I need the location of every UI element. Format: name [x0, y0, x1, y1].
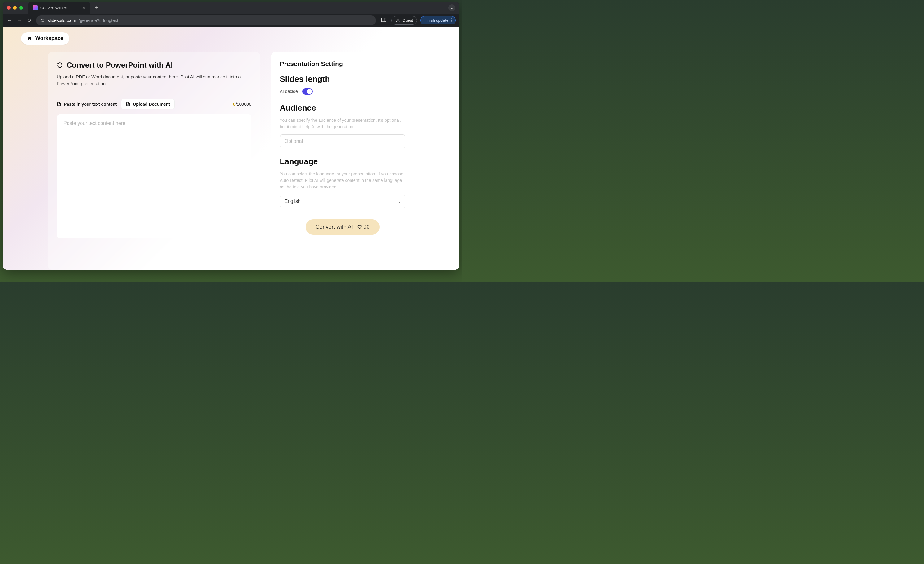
settings-panel: Presentation Setting Slides length AI de… — [271, 52, 414, 269]
window-controls — [7, 6, 23, 10]
language-selected: English — [285, 199, 301, 204]
char-counter: 0/100000 — [233, 102, 251, 107]
svg-point-6 — [397, 19, 399, 20]
browser-toolbar: ← → ⟳ slidespilot.com/generate?t=longtex… — [3, 14, 459, 27]
language-description: You can select the language for your pre… — [280, 171, 405, 190]
url-host: slidespilot.com — [48, 18, 76, 23]
browser-tab[interactable]: Convert with AI ✕ — [28, 2, 90, 14]
document-icon — [57, 102, 61, 106]
side-panel-icon[interactable] — [381, 17, 387, 24]
minimize-window-button[interactable] — [13, 6, 17, 10]
ai-decide-label: AI decide — [280, 89, 298, 94]
site-settings-icon[interactable] — [40, 18, 45, 23]
url-path: /generate?t=longtext — [79, 18, 118, 23]
input-mode-tabs: Paste in your text content Upload Docume… — [57, 99, 251, 110]
slides-length-heading: Slides length — [280, 74, 405, 84]
tab-upload-document[interactable]: Upload Document — [121, 99, 175, 110]
reload-button[interactable]: ⟳ — [26, 17, 33, 23]
chevron-down-icon: ⌄ — [398, 199, 401, 204]
forward-button[interactable]: → — [16, 18, 23, 23]
tab-upload-label: Upload Document — [133, 102, 170, 107]
content-textarea[interactable] — [63, 120, 244, 232]
convert-button-label: Convert with AI — [315, 224, 353, 230]
new-tab-button[interactable]: + — [94, 5, 98, 11]
language-section: Language You can select the language for… — [280, 157, 405, 208]
audience-description: You can specify the audience of your pre… — [280, 117, 405, 130]
convert-panel: Convert to PowerPoint with AI Upload a P… — [48, 52, 260, 269]
back-button[interactable]: ← — [6, 18, 13, 23]
audience-input[interactable] — [280, 134, 405, 148]
convert-description: Upload a PDF or Word document, or paste … — [57, 74, 251, 87]
ai-decide-toggle[interactable] — [302, 88, 313, 95]
language-heading: Language — [280, 157, 405, 166]
tab-paste-label: Paste in your text content — [64, 102, 117, 107]
convert-button[interactable]: Convert with AI 90 — [306, 220, 380, 235]
favicon-icon — [33, 5, 38, 10]
close-tab-icon[interactable]: ✕ — [82, 5, 86, 10]
address-bar[interactable]: slidespilot.com/generate?t=longtext — [36, 15, 376, 26]
char-current: 0 — [233, 102, 236, 107]
audience-heading: Audience — [280, 103, 405, 113]
divider — [57, 92, 251, 92]
tab-title: Convert with AI — [40, 6, 67, 10]
workspace-label: Workspace — [35, 35, 63, 42]
menu-icon[interactable] — [451, 18, 452, 22]
profile-label: Guest — [402, 18, 413, 23]
svg-rect-4 — [382, 18, 386, 22]
language-select-wrap: English ⌄ — [280, 195, 405, 208]
tab-paste-text[interactable]: Paste in your text content — [57, 102, 117, 107]
page-viewport: Workspace Convert to PowerPoint with AI … — [3, 27, 459, 269]
workspace-button[interactable]: Workspace — [21, 32, 69, 45]
browser-window: Convert with AI ✕ + ⌄ ← → ⟳ slidespilot.… — [3, 2, 459, 269]
ai-decide-row: AI decide — [280, 88, 405, 95]
upload-icon — [126, 102, 130, 106]
tab-list-button[interactable]: ⌄ — [448, 5, 455, 11]
language-select[interactable]: English — [280, 195, 405, 208]
update-label: Finish update — [424, 18, 448, 23]
settings-title: Presentation Setting — [280, 60, 405, 68]
finish-update-button[interactable]: Finish update — [420, 16, 456, 24]
convert-title: Convert to PowerPoint with AI — [67, 61, 173, 69]
titlebar: Convert with AI ✕ + ⌄ — [3, 2, 459, 14]
convert-icon — [57, 62, 63, 68]
credits-value: 90 — [363, 224, 370, 230]
content-area: Convert to PowerPoint with AI Upload a P… — [48, 52, 414, 269]
char-max: /100000 — [236, 102, 251, 107]
home-icon — [27, 36, 32, 41]
audience-section: Audience You can specify the audience of… — [280, 103, 405, 148]
close-window-button[interactable] — [7, 6, 10, 10]
profile-button[interactable]: Guest — [392, 16, 417, 25]
diamond-icon — [357, 225, 362, 230]
maximize-window-button[interactable] — [19, 6, 23, 10]
text-input-area — [57, 114, 251, 238]
svg-point-3 — [43, 21, 44, 22]
svg-point-2 — [42, 19, 42, 20]
